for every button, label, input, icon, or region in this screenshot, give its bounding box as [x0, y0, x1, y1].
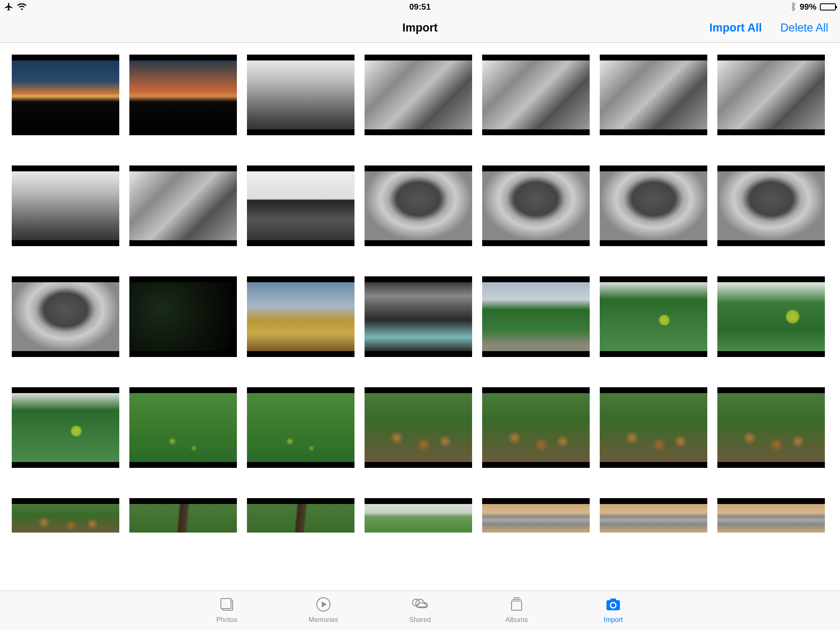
photo-image	[129, 282, 237, 351]
status-left	[4, 2, 130, 11]
wifi-icon	[17, 3, 27, 11]
tab-label: Albums	[505, 616, 528, 624]
photo-thumb-lawn[interactable]	[365, 498, 472, 533]
tab-bar: Photos Memories Shared Albums Import	[0, 591, 840, 630]
letterbox	[247, 129, 354, 135]
photo-thumb-bw-street-b[interactable]	[365, 55, 472, 135]
photo-thumb-grass-apples-b[interactable]	[247, 387, 354, 468]
letterbox	[129, 129, 237, 135]
photo-image	[482, 60, 590, 129]
shared-icon	[411, 595, 429, 614]
tab-photos[interactable]: Photos	[208, 595, 246, 630]
photo-thumb-apple-tree-c[interactable]	[12, 387, 119, 468]
photo-image	[247, 60, 354, 129]
photo-thumb-apple-tree-b[interactable]	[717, 276, 825, 357]
nav-bar: Import Import All Delete All	[0, 13, 840, 43]
photo-thumb-grass-apples-f[interactable]	[717, 387, 825, 468]
photo-thumb-apple-tree-a[interactable]	[600, 276, 707, 357]
albums-icon	[507, 595, 526, 614]
photo-thumb-bw-tree-d[interactable]	[717, 165, 825, 246]
letterbox	[247, 240, 354, 246]
photo-thumb-sunset-a[interactable]	[12, 55, 119, 135]
photo-thumb-branch-b[interactable]	[247, 498, 354, 533]
letterbox	[717, 498, 825, 504]
letterbox	[129, 276, 237, 282]
letterbox	[717, 462, 825, 468]
photo-grid-scroll[interactable]	[0, 43, 840, 591]
battery-icon	[820, 3, 836, 10]
photo-image	[600, 393, 707, 462]
photo-image	[365, 60, 472, 129]
photo-image	[482, 171, 590, 240]
photo-image	[12, 171, 119, 240]
tab-shared[interactable]: Shared	[401, 595, 439, 630]
photo-image	[482, 282, 590, 351]
photo-thumb-branch-a[interactable]	[129, 498, 237, 533]
letterbox	[717, 387, 825, 393]
letterbox	[482, 462, 590, 468]
letterbox	[247, 387, 354, 393]
photo-thumb-bw-street-c[interactable]	[482, 55, 590, 135]
svg-rect-8	[610, 598, 616, 602]
photo-thumb-grass-apples-c[interactable]	[365, 387, 472, 468]
photo-thumb-golden-field[interactable]	[247, 276, 354, 357]
photo-image	[12, 282, 119, 351]
photo-thumb-grass-apples-e[interactable]	[600, 387, 707, 468]
letterbox	[12, 276, 119, 282]
photo-thumb-bw-tree-a[interactable]	[365, 165, 472, 246]
photo-thumb-grass-apples-g[interactable]	[12, 498, 119, 533]
photo-thumb-bw-tree-c[interactable]	[600, 165, 707, 246]
photo-thumb-car-interior[interactable]	[365, 276, 472, 357]
delete-all-button[interactable]: Delete All	[780, 21, 828, 34]
photo-thumb-bw-street-d[interactable]	[600, 55, 707, 135]
photo-thumb-bw-street-a[interactable]	[247, 55, 354, 135]
photo-thumb-sunset-b[interactable]	[129, 55, 237, 135]
letterbox	[129, 462, 237, 468]
photo-thumb-bw-street-e[interactable]	[717, 55, 825, 135]
letterbox	[717, 129, 825, 135]
tab-label: Memories	[309, 616, 338, 624]
photo-image	[717, 393, 825, 462]
photo-thumb-package-b[interactable]	[600, 498, 707, 533]
photo-image	[482, 504, 590, 533]
photo-thumb-package-c[interactable]	[717, 498, 825, 533]
letterbox	[717, 240, 825, 246]
import-icon	[604, 595, 622, 614]
photo-thumb-package-a[interactable]	[482, 498, 590, 533]
letterbox	[12, 165, 119, 171]
tab-import[interactable]: Import	[594, 595, 632, 630]
tab-memories[interactable]: Memories	[304, 595, 342, 630]
photos-icon	[218, 595, 236, 614]
photo-thumb-bw-tree-b[interactable]	[482, 165, 590, 246]
svg-rect-1	[221, 598, 231, 609]
import-all-button[interactable]: Import All	[709, 21, 762, 34]
letterbox	[129, 498, 237, 504]
letterbox	[129, 55, 237, 60]
photo-image	[600, 282, 707, 351]
photo-thumb-grass-apples-a[interactable]	[129, 387, 237, 468]
letterbox	[247, 462, 354, 468]
photo-image	[717, 171, 825, 240]
photo-image	[365, 171, 472, 240]
photo-thumb-bw-silhouette[interactable]	[247, 165, 354, 246]
photo-thumb-bw-street-f[interactable]	[12, 165, 119, 246]
photo-image	[247, 171, 354, 240]
photo-thumb-grass-apples-d[interactable]	[482, 387, 590, 468]
letterbox	[365, 276, 472, 282]
letterbox	[129, 240, 237, 246]
letterbox	[129, 351, 237, 357]
letterbox	[482, 129, 590, 135]
letterbox	[482, 387, 590, 393]
letterbox	[12, 129, 119, 135]
photo-thumb-bw-tree-e[interactable]	[12, 276, 119, 357]
tab-albums[interactable]: Albums	[498, 595, 536, 630]
photo-thumb-garden-path[interactable]	[482, 276, 590, 357]
photo-thumb-bw-street-g[interactable]	[129, 165, 237, 246]
status-right: 99%	[710, 2, 836, 12]
photo-thumb-dark-forest[interactable]	[129, 276, 237, 357]
letterbox	[600, 240, 707, 246]
letterbox	[717, 55, 825, 60]
photo-image	[247, 504, 354, 533]
letterbox	[365, 498, 472, 504]
photo-image	[12, 60, 119, 129]
